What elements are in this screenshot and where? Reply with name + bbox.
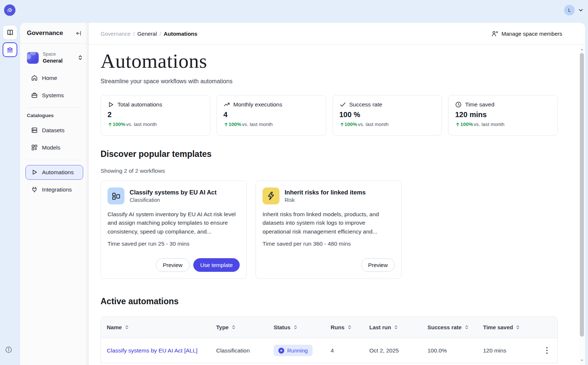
templates-heading: Discover popular templates	[101, 149, 558, 159]
sort-icon	[293, 325, 298, 330]
models-icon	[31, 144, 38, 151]
space-label: Space	[43, 52, 73, 57]
stat-delta-note: vs. last month	[474, 122, 504, 127]
main-content: Governance/General/Automations Manage sp…	[89, 23, 585, 365]
column-header-success-rate[interactable]: Success rate	[427, 324, 483, 330]
scrollbar-thumb[interactable]	[580, 53, 584, 337]
stat-value: 4	[223, 110, 319, 119]
play-icon	[31, 169, 38, 176]
column-header-status[interactable]: Status	[274, 324, 331, 330]
breadcrumb-general[interactable]: General	[137, 31, 157, 37]
info-button[interactable]	[5, 346, 12, 353]
breadcrumb-governance[interactable]: Governance	[101, 31, 131, 37]
sidebar-item-integrations[interactable]: Integrations	[25, 182, 83, 197]
app-logo[interactable]	[4, 4, 15, 16]
sidebar-item-home[interactable]: Home	[25, 71, 83, 85]
template-time-saved: Time saved per run 360 - 480 mins	[263, 241, 395, 247]
kebab-icon	[546, 347, 548, 354]
sort-icon	[124, 325, 129, 330]
sidebar-item-label: Automations	[42, 169, 74, 176]
stat-value: 2	[108, 110, 203, 119]
sidebar-item-label: Systems	[42, 92, 64, 99]
sidebar-item-label: Models	[42, 144, 60, 151]
space-switcher-icon[interactable]	[77, 55, 83, 61]
scroll-up-icon[interactable]	[580, 48, 584, 52]
collapse-sidebar-button[interactable]	[75, 30, 82, 36]
row-actions-button[interactable]	[545, 345, 549, 355]
space-selector[interactable]: Space General	[27, 52, 83, 64]
stat-delta-value: 100%	[460, 122, 473, 127]
systems-icon	[31, 92, 38, 99]
stat-label: Success rate	[349, 101, 383, 108]
classification-squares-icon	[108, 187, 124, 204]
template-description: Classify AI system inventory by EU AI Ac…	[108, 210, 240, 236]
automation-success-rate: 100.0%	[427, 347, 483, 354]
template-time-saved: Time saved per run 25 - 30 mins	[108, 241, 240, 247]
table-row: Classify systems by EU AI Act [ALL] Clas…	[101, 338, 557, 363]
stat-delta-value: 100%	[113, 122, 126, 127]
stat-label: Total automations	[117, 101, 162, 108]
column-header-last-run[interactable]: Last run	[369, 324, 427, 330]
sidebar-divider	[27, 108, 82, 108]
book-icon	[6, 29, 14, 36]
sort-icon	[231, 325, 236, 330]
active-automations-heading: Active automations	[101, 296, 558, 306]
use-template-button[interactable]: Use template	[193, 258, 240, 272]
automation-name-link[interactable]: Classify systems by EU AI Act [ALL]	[101, 347, 216, 354]
sort-icon	[394, 325, 398, 330]
column-header-type[interactable]: Type	[216, 324, 274, 330]
stat-card-time-saved: Time saved 120 mins 100% vs. last month	[448, 95, 558, 136]
sidebar-item-models[interactable]: Models	[25, 140, 83, 155]
home-icon	[31, 74, 38, 81]
governance-button[interactable]	[3, 42, 17, 57]
page-subtitle: Streamline your space workflows with aut…	[101, 78, 558, 85]
page-title: Automations	[101, 49, 558, 73]
stats-row: Total automations 2 100% vs. last month …	[101, 95, 558, 136]
stat-delta-value: 100%	[345, 122, 358, 127]
avatar[interactable]: L	[564, 5, 575, 15]
scroll-down-icon[interactable]	[580, 358, 584, 362]
stat-card-total-automations: Total automations 2 100% vs. last month	[101, 95, 210, 136]
template-title: Classify systems by EU AI Act	[130, 189, 216, 196]
trend-up-icon	[223, 101, 230, 108]
scrollbar[interactable]	[579, 45, 585, 365]
info-icon	[5, 346, 12, 353]
column-header-runs[interactable]: Runs	[331, 324, 369, 330]
breadcrumb: Governance/General/Automations	[101, 31, 197, 37]
library-button[interactable]	[3, 25, 17, 40]
space-name: General	[43, 57, 73, 64]
sidebar-item-datasets[interactable]: Datasets	[25, 123, 83, 138]
arrow-up-icon	[455, 122, 460, 127]
stat-card-monthly-executions: Monthly executions 4 100% vs. last month	[216, 95, 326, 136]
chevron-down-icon[interactable]	[578, 7, 584, 13]
manage-space-members-button[interactable]: Manage space members	[491, 30, 562, 37]
running-play-icon	[278, 348, 284, 354]
stat-delta-note: vs. last month	[126, 122, 157, 127]
status-badge: Running	[274, 345, 313, 356]
sidebar-item-automations[interactable]: Automations	[25, 165, 83, 180]
stat-delta-value: 100%	[229, 122, 242, 127]
check-icon	[339, 101, 346, 108]
preview-button[interactable]: Preview	[361, 258, 395, 272]
plug-icon	[31, 186, 38, 193]
automation-last-run: Oct 2, 2025	[369, 347, 427, 354]
breadcrumb-automations: Automations	[163, 31, 197, 37]
status-label: Running	[287, 347, 308, 354]
user-plus-icon	[491, 30, 498, 37]
sidebar-item-systems[interactable]: Systems	[25, 88, 83, 103]
template-category: Classification	[130, 197, 216, 203]
automation-runs: 4	[331, 347, 369, 354]
manage-space-members-label: Manage space members	[501, 31, 562, 37]
sidebar: Governance Space General Home	[20, 23, 89, 365]
column-header-name[interactable]: Name	[101, 324, 216, 330]
sort-icon	[515, 325, 520, 330]
sidebar-section-catalogues: Catalogues	[27, 113, 82, 118]
stat-value: 120 mins	[455, 110, 551, 119]
column-header-time-saved[interactable]: Time saved	[483, 324, 532, 330]
preview-button[interactable]: Preview	[156, 258, 189, 272]
sidebar-item-label: Home	[42, 75, 57, 81]
play-icon	[108, 101, 114, 108]
clock-icon	[455, 101, 462, 108]
logo-squiggle-icon	[6, 7, 13, 14]
sort-icon	[347, 325, 352, 330]
